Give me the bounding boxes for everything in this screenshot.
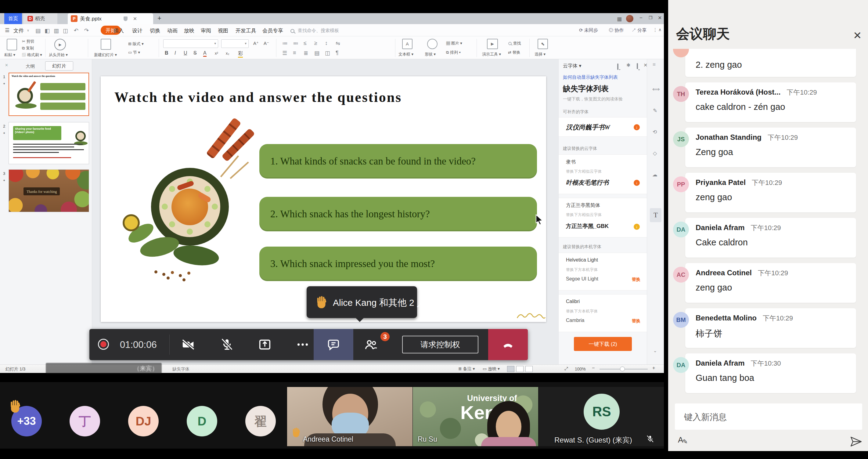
collapse-strip-icon[interactable]: ⌄ bbox=[653, 348, 657, 354]
paste-label[interactable]: 粘贴 ▾ bbox=[4, 52, 15, 58]
underline-button[interactable]: U bbox=[184, 50, 187, 56]
present-tools-button[interactable]: ▶ bbox=[487, 39, 498, 49]
chat-message[interactable]: Jonathan Standing下午10:29 Zeng goa bbox=[685, 128, 856, 167]
zoom-slider-knob[interactable] bbox=[620, 367, 625, 371]
download-all-button[interactable]: 一键下载 (2) bbox=[574, 337, 632, 351]
notification-bell-icon[interactable] bbox=[637, 63, 638, 69]
paragraph-icon[interactable]: ¶ bbox=[336, 50, 339, 56]
paste-button[interactable] bbox=[7, 39, 17, 50]
font-size-select[interactable] bbox=[221, 39, 249, 48]
share-screen-button[interactable] bbox=[258, 338, 272, 351]
ribbon-tab-review[interactable]: 审阅 bbox=[201, 27, 211, 34]
notes-button[interactable]: ≣ 备注 ▾ bbox=[458, 366, 475, 372]
request-control-button[interactable]: 请求控制权 bbox=[402, 336, 478, 354]
bullet-list-icon[interactable]: ≔ bbox=[282, 40, 288, 47]
play-from-start-label[interactable]: 从头开始 ▾ bbox=[49, 52, 68, 58]
superscript-button[interactable]: x² bbox=[215, 51, 218, 56]
font-card-cloud-2[interactable]: 方正兰亭黑简体 替换下方相似云字体 方正兰亭黑_GBK ↓ bbox=[559, 198, 647, 238]
minimize-icon[interactable]: − bbox=[640, 15, 643, 21]
font-increase-button[interactable]: A⁺ bbox=[253, 40, 259, 46]
video-tile-andreea[interactable]: Andreea Cotinel bbox=[287, 387, 412, 446]
tab-slides[interactable]: 幻灯片 bbox=[45, 61, 73, 70]
italic-button[interactable]: I bbox=[175, 50, 176, 56]
mic-off-button[interactable] bbox=[220, 337, 234, 351]
drag-handle-icon[interactable]: ≡ bbox=[653, 62, 656, 68]
shape-label[interactable]: 形状 ▾ bbox=[425, 52, 436, 57]
slide-thumbnail-2[interactable]: Sharing your favourite food (Video+ phot… bbox=[8, 122, 89, 164]
fit-width-icon[interactable]: ⟺ bbox=[652, 86, 660, 92]
view-normal-icon[interactable] bbox=[507, 366, 515, 372]
search-icon[interactable] bbox=[290, 29, 294, 33]
undo-icon[interactable]: ↶ bbox=[74, 27, 79, 34]
ribbon-tab-member[interactable]: 会员专享 bbox=[262, 27, 283, 34]
tab-docer[interactable]: D 稻壳 bbox=[23, 13, 57, 24]
output-icon[interactable]: ◧ bbox=[44, 28, 50, 34]
participant-avatar[interactable]: D bbox=[187, 406, 217, 436]
picture-button[interactable]: ▦ 图片 ▾ bbox=[446, 40, 462, 46]
arrange-button[interactable]: ⧉ 排列 ▾ bbox=[446, 50, 461, 55]
play-button[interactable]: ▭ 放映 ▾ bbox=[483, 366, 500, 372]
zoom-level[interactable]: 100% bbox=[575, 367, 586, 371]
collapse-ribbon-icon[interactable]: ∧ bbox=[658, 27, 661, 32]
print-icon[interactable]: ▥ bbox=[54, 28, 59, 34]
zoom-out-icon[interactable]: − bbox=[592, 365, 595, 371]
ribbon-tab-animation[interactable]: 动画 bbox=[167, 27, 178, 34]
fit-slide-icon[interactable]: ⤢ bbox=[564, 366, 568, 371]
save-icon[interactable]: ▤ bbox=[35, 28, 40, 34]
cut-button[interactable]: ✂ 剪切 bbox=[22, 39, 34, 44]
font-card-local-1[interactable]: Helvetica Light 替换下方本机字体 Segoe UI Light … bbox=[559, 253, 647, 290]
redo-icon[interactable]: ↷ bbox=[84, 27, 89, 34]
chat-message[interactable]: Tereza Horáková (Host...下午10:29 cake cal… bbox=[685, 83, 856, 122]
close-chat-icon[interactable]: ✕ bbox=[853, 29, 862, 41]
strike-button[interactable]: S bbox=[193, 50, 197, 56]
preview-icon[interactable]: ◫ bbox=[63, 28, 68, 34]
text-tool-active[interactable]: T bbox=[650, 208, 661, 222]
cloud-icon[interactable]: ☁ bbox=[652, 172, 657, 178]
format-text-icon[interactable]: A✎ bbox=[678, 435, 688, 445]
chat-button-highlight[interactable] bbox=[314, 329, 353, 360]
font-color-button[interactable]: A bbox=[203, 50, 207, 57]
chat-message[interactable]: Andreea Cotinel下午10:29 zeng gao bbox=[685, 263, 856, 303]
apps-grid-icon[interactable]: ▦ bbox=[617, 16, 622, 22]
text-direction-icon[interactable]: ⇋ bbox=[336, 40, 340, 47]
view-reading-icon[interactable] bbox=[525, 366, 533, 372]
columns-icon[interactable]: ◫ bbox=[325, 50, 330, 57]
feedback-bubble-icon[interactable] bbox=[617, 63, 618, 70]
indent-decrease-icon[interactable]: ≤ bbox=[304, 40, 307, 47]
tab-document[interactable]: P 美食.pptx ✕ bbox=[68, 13, 153, 24]
indent-increase-icon[interactable]: ≥ bbox=[314, 40, 317, 47]
select-label[interactable]: 选择 ▾ bbox=[534, 52, 546, 57]
chat-message[interactable]: Daniela Afram下午10:29 Cake caldron bbox=[685, 218, 856, 257]
video-tile-rewat[interactable]: RS Rewat S. (Guest) (来宾) bbox=[538, 387, 664, 446]
tab-outline[interactable]: 大纲 bbox=[26, 63, 35, 69]
slide[interactable]: Watch the video and answer the questions… bbox=[101, 76, 546, 322]
copy-button[interactable]: ⧉ 复制 bbox=[22, 45, 34, 51]
new-slide-button[interactable] bbox=[101, 39, 111, 50]
settings-gear-icon[interactable]: ✱ bbox=[626, 62, 630, 68]
format-painter-button[interactable]: ▨ 格式刷 ▾ bbox=[22, 52, 42, 58]
camera-off-button[interactable] bbox=[181, 338, 195, 351]
number-list-icon[interactable]: ≕ bbox=[293, 40, 299, 47]
ribbon-tab-transition[interactable]: 切换 bbox=[150, 27, 160, 34]
justify-icon[interactable]: ▤ bbox=[314, 50, 319, 57]
command-search-input[interactable]: 查找命令、搜索模板 bbox=[298, 28, 339, 34]
more-options-button[interactable] bbox=[296, 338, 310, 351]
layout-button[interactable]: ⊞ 版式 ▾ bbox=[128, 41, 144, 47]
select-button[interactable]: ⬉ bbox=[537, 39, 548, 49]
collaborate-button[interactable]: ◎ 协作 bbox=[609, 28, 624, 33]
auto-show-link[interactable]: 如何自动显示缺失字体列表 bbox=[563, 74, 618, 80]
tab-home[interactable]: 首页 bbox=[4, 13, 22, 24]
font-card-available[interactable]: 汉仪尚巍手书W ↓ bbox=[559, 117, 647, 137]
missing-font-indicator[interactable]: 缺失字体 bbox=[173, 367, 189, 372]
share-button[interactable]: ↗ 分享 bbox=[631, 28, 647, 33]
participant-avatar[interactable]: 翟 bbox=[245, 406, 276, 436]
chat-message-list[interactable]: 2. zeng gao Tereza Horáková (Host...下午10… bbox=[668, 49, 868, 397]
section-button[interactable]: ▭ 节 ▾ bbox=[128, 50, 140, 55]
menu-file[interactable]: 文件 bbox=[13, 27, 24, 34]
find-button[interactable]: 查找 bbox=[508, 40, 521, 46]
line-spacing-icon[interactable]: ↕ bbox=[325, 40, 328, 47]
replace-action-link[interactable]: 替换 bbox=[632, 318, 641, 324]
download-badge-icon[interactable]: ↓ bbox=[634, 180, 640, 186]
close-window-icon[interactable]: ✕ bbox=[658, 15, 662, 21]
align-left-icon[interactable]: ☰ bbox=[282, 50, 287, 57]
